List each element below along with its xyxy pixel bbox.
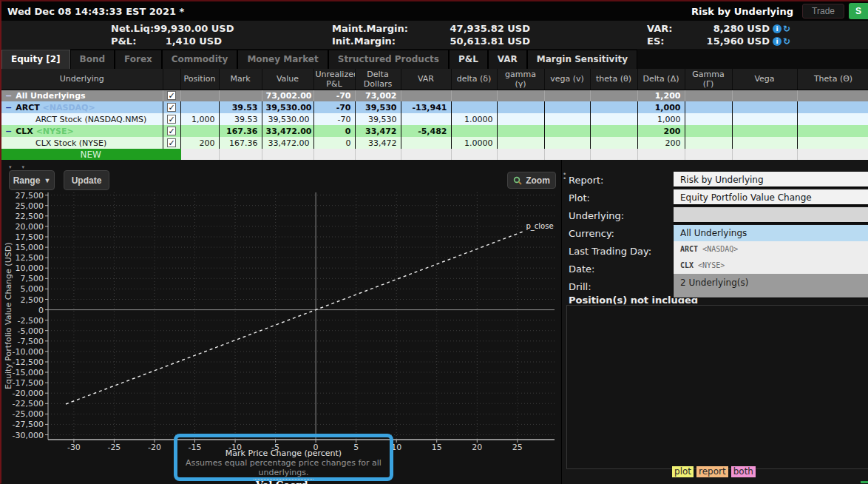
row-checkbox[interactable]: ✓	[167, 91, 176, 100]
trade-button[interactable]: Trade	[802, 4, 844, 19]
table-row[interactable]: ARCT Stock (NASDAQ.NMS)✓1,00039.5339,530…	[1, 113, 868, 125]
table-row[interactable]: −All Underlyings✓73,002.00-7073,0021,200	[1, 90, 868, 101]
tab-forex[interactable]: Forex	[115, 50, 162, 69]
tab-commodity[interactable]: Commodity	[162, 50, 238, 69]
report-select[interactable]: Risk by Underlying	[674, 172, 868, 188]
magnifier-icon	[513, 176, 522, 185]
row-checkbox[interactable]: ✓	[167, 127, 176, 135]
value-cell	[732, 137, 797, 149]
collapse-icon[interactable]: −	[5, 127, 12, 136]
value-cell: 39.53	[219, 113, 262, 125]
info-icon[interactable]: i	[773, 24, 781, 33]
submit-button[interactable]: S	[849, 3, 868, 19]
tab-var[interactable]: VAR	[488, 50, 527, 69]
collapse-icon[interactable]: −	[5, 91, 12, 101]
toggle-report[interactable]: report	[696, 466, 728, 477]
column-header[interactable]: Position	[180, 69, 219, 90]
value-cell	[180, 149, 219, 161]
summary-value: 47,935.82 USD	[450, 22, 530, 35]
value-cell	[451, 149, 497, 161]
value-cell	[451, 101, 497, 113]
value-cell	[497, 113, 544, 125]
underlying-cell[interactable]: −ARCT <NASDAQ>	[1, 101, 163, 113]
range-button-label: Range	[13, 175, 41, 186]
new-row-cell[interactable]: NEW	[1, 149, 180, 161]
row-checkbox[interactable]: ✓	[167, 138, 176, 147]
table-row[interactable]: CLX Stock (NYSE)✓200167.3633,472.00033,4…	[1, 137, 868, 149]
splitter-handle-icon[interactable]: ••	[563, 172, 566, 181]
resize-indicator	[861, 481, 868, 483]
summary-group: Maint.Margin:47,935.82 USDInit.Margin:50…	[332, 22, 530, 47]
toggle-plot[interactable]: plot	[672, 466, 694, 477]
summary-label: P&L:	[111, 35, 136, 47]
table-row[interactable]: NEW	[1, 149, 868, 161]
table-row[interactable]: −CLX <NYSE>✓167.3633,472.00033,472-5,482…	[1, 125, 868, 137]
underlying-cell[interactable]: −CLX <NYSE>	[1, 125, 163, 137]
value-cell: 1.0000	[451, 113, 497, 125]
column-header[interactable]: vega (v)	[544, 69, 590, 90]
pane-collapse-icon[interactable]: ▾▾	[9, 164, 35, 170]
panel-label-drill: Drill:	[569, 281, 591, 292]
value-cell: 200	[637, 137, 685, 149]
column-header[interactable]: gamma (γ)	[497, 69, 544, 90]
tab-equity-2-[interactable]: Equity [2]	[1, 50, 70, 69]
toggle-both[interactable]: both	[731, 466, 756, 477]
value-cell	[497, 90, 544, 101]
collapse-icon[interactable]: −	[5, 103, 12, 112]
column-header[interactable]: Unrealized P&L	[313, 69, 355, 90]
row-checkbox[interactable]: ✓	[167, 115, 176, 124]
dropdown-item[interactable]: CLX <NYSE>	[674, 258, 868, 274]
column-header[interactable]: Underlying	[1, 69, 163, 90]
tab-p-l[interactable]: P&L	[449, 50, 488, 69]
tab-margin-sensitivity[interactable]: Margin Sensitivity	[527, 50, 637, 69]
y-axis-ticks: 27,50025,00022,50020,00017,50015,00012,5…	[1, 192, 45, 440]
column-header[interactable]: VAR	[401, 69, 451, 90]
column-header[interactable]: theta (θ)	[590, 69, 637, 90]
value-cell: -70	[313, 90, 355, 101]
column-header[interactable]: Value	[262, 69, 313, 90]
update-button[interactable]: Update	[64, 170, 109, 190]
dropdown-item[interactable]: ARCT <NASDAQ>	[674, 241, 868, 258]
value-cell	[544, 149, 590, 161]
underlying-cell[interactable]: ARCT Stock (NASDAQ.NMS)	[1, 113, 163, 125]
summary-value: 1,410 USD	[166, 35, 222, 47]
zoom-button[interactable]: Zoom	[507, 172, 556, 189]
column-header[interactable]: Mark	[219, 69, 262, 90]
refresh-icon[interactable]: ↻	[783, 24, 790, 33]
column-header[interactable]: Delta (Δ)	[637, 69, 685, 90]
value-cell	[401, 137, 451, 149]
column-header[interactable]: Delta Dollars	[355, 69, 401, 90]
x-tick-label: 20	[472, 443, 482, 452]
range-button[interactable]: Range ▼	[9, 170, 55, 190]
column-header[interactable]: Vega	[732, 69, 797, 90]
tab-structured-products[interactable]: Structured Products	[328, 50, 449, 69]
info-icon[interactable]: i	[773, 37, 781, 46]
value-cell: 0	[313, 137, 355, 149]
account-summary-bar: Net.Liq:99,930.00 USDP&L:1,410 USDMaint.…	[1, 21, 868, 49]
row-checkbox[interactable]: ✓	[167, 103, 176, 112]
column-header[interactable]: Gamma (Γ)	[685, 69, 732, 90]
value-cell	[797, 137, 868, 149]
dropdown-item[interactable]: 2 Underlying(s)	[674, 274, 868, 298]
underlying-cell[interactable]: −All Underlyings	[1, 90, 163, 101]
value-cell	[590, 90, 637, 101]
table-row[interactable]: −ARCT <NASDAQ>✓39.5339,530.00-7039,530-1…	[1, 101, 868, 113]
underlying-select[interactable]	[674, 207, 868, 223]
tab-bond[interactable]: Bond	[70, 50, 115, 69]
value-cell	[732, 113, 797, 125]
exchange-label: <NASDAQ>	[40, 103, 95, 112]
payoff-chart[interactable]: p_close	[48, 192, 555, 440]
column-header[interactable]: delta (δ)	[451, 69, 497, 90]
column-header[interactable]: Theta (Θ)	[797, 69, 868, 90]
column-header[interactable]	[163, 69, 180, 90]
plot-select[interactable]: Equity Portfolio Value Change	[674, 189, 868, 206]
y-tick-label: -20,000	[13, 389, 44, 398]
refresh-icon[interactable]: ↻	[783, 37, 790, 46]
underlying-cell[interactable]: CLX Stock (NYSE)	[1, 137, 163, 149]
vol-coord-link[interactable]: Vol.Coord.	[254, 479, 313, 484]
value-cell	[544, 113, 590, 125]
dropdown-item[interactable]: All Underlyings	[674, 225, 868, 241]
title-bar-actions: Risk by Underlying Trade S	[691, 3, 868, 19]
value-cell: 0	[313, 125, 355, 137]
tab-money-market[interactable]: Money Market	[237, 50, 328, 69]
